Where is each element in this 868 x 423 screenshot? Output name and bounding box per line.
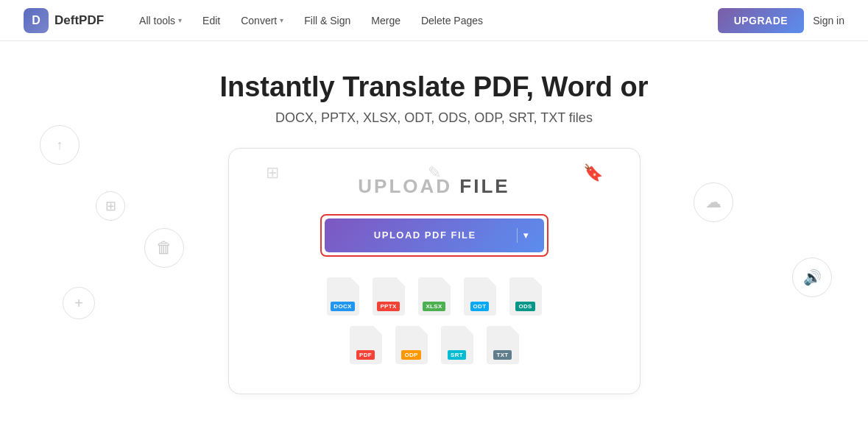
file-type-pdf: PDF [347, 326, 385, 364]
logo-area[interactable]: D DeftPDF [24, 8, 104, 33]
file-types-row-2: PDFODPSRTTXT [347, 326, 522, 364]
nav-label-edit: Edit [202, 15, 220, 26]
file-type-odp: ODP [392, 326, 431, 364]
nav-item-all-tools[interactable]: All tools ▾ [130, 9, 191, 32]
file-type-xlsx: XLSX [415, 277, 454, 316]
file-type-odt: ODT [461, 277, 499, 316]
file-type-ods: ODS [507, 277, 545, 316]
logo-icon: D [24, 8, 49, 33]
file-badge-srt: SRT [448, 350, 466, 360]
file-badge-pptx: PPTX [377, 302, 399, 311]
upgrade-button[interactable]: UPGRADE [718, 8, 805, 33]
upload-btn-label: UPLOAD PDF FILE [339, 230, 512, 241]
btn-divider [517, 228, 518, 243]
bg-icon-add: + [63, 287, 95, 319]
file-type-txt: TXT [484, 326, 522, 364]
navbar: D DeftPDF All tools ▾ Edit Convert ▾ Fil… [0, 0, 868, 41]
chevron-down-icon: ▾ [178, 16, 182, 24]
nav-links: All tools ▾ Edit Convert ▾ Fill & Sign M… [130, 9, 718, 32]
file-badge-ods: ODS [515, 302, 534, 311]
file-badge-docx: DOCX [331, 302, 354, 311]
file-type-docx: DOCX [324, 277, 362, 316]
upload-btn-wrapper: UPLOAD PDF FILE ▾ [320, 214, 548, 257]
bg-icon-upload: ↑ [40, 125, 80, 165]
upload-btn-chevron: ▾ [523, 230, 529, 241]
bg-icon-trash: 🗑 [144, 228, 184, 268]
upload-card: ⊞ 🔖 ✎ UPLOAD FILE UPLOAD PDF FILE ▾ DOCX… [228, 148, 641, 394]
bg-icon-grid: ⊞ [96, 191, 125, 221]
file-badge-xlsx: XLSX [423, 302, 445, 311]
nav-item-merge[interactable]: Merge [362, 9, 409, 32]
main-content: ↑ ⊞ 🗑 + ☁ 🔊 Instantly Translate PDF, Wor… [0, 41, 868, 409]
file-badge-txt: TXT [493, 350, 511, 360]
nav-label-all-tools: All tools [139, 15, 175, 26]
nav-label-convert: Convert [241, 15, 277, 26]
upload-pdf-button[interactable]: UPLOAD PDF FILE ▾ [325, 218, 544, 252]
bg-icon-mic: 🔊 [792, 257, 832, 297]
nav-label-delete-pages: Delete Pages [421, 15, 483, 26]
nav-item-delete-pages[interactable]: Delete Pages [412, 9, 492, 32]
chevron-down-icon-2: ▾ [280, 16, 283, 24]
file-type-pptx: PPTX [370, 277, 408, 316]
signin-link[interactable]: Sign in [813, 15, 844, 26]
hero-title: Instantly Translate PDF, Word or [219, 71, 648, 104]
card-bg-icon-grid: ⊞ [266, 163, 279, 182]
file-badge-pdf: PDF [356, 350, 375, 360]
nav-item-convert[interactable]: Convert ▾ [232, 9, 292, 32]
card-bg-icon-bookmark: 🔖 [583, 163, 603, 182]
file-type-srt: SRT [438, 326, 476, 364]
card-bg-icon-pencil: ✎ [428, 163, 441, 182]
hero-subtitle: DOCX, PPTX, XLSX, ODT, ODS, ODP, SRT, TX… [275, 110, 593, 126]
nav-item-fill-sign[interactable]: Fill & Sign [295, 9, 359, 32]
file-badge-odt: ODT [470, 302, 490, 311]
file-badge-odp: ODP [401, 350, 420, 360]
nav-label-merge: Merge [371, 15, 401, 26]
nav-label-fill-sign: Fill & Sign [304, 15, 350, 26]
brand-name: DeftPDF [54, 13, 104, 28]
bg-icon-cloud: ☁ [694, 182, 733, 222]
file-types-row-1: DOCXPPTXXLSXODTODS [324, 277, 545, 316]
nav-item-edit[interactable]: Edit [194, 9, 229, 32]
nav-right: UPGRADE Sign in [718, 8, 844, 33]
